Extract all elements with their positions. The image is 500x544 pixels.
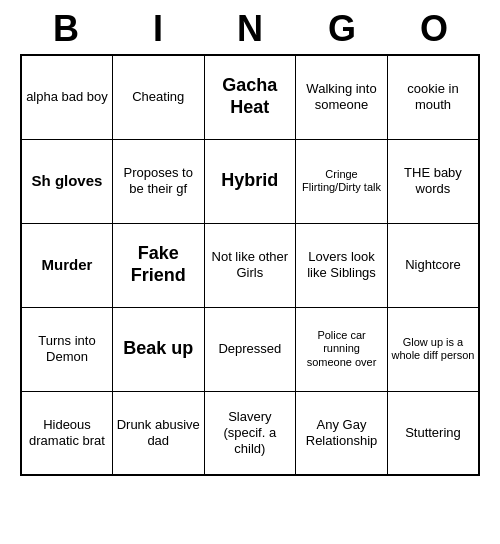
cell-1-0: Sh gloves [21, 139, 112, 223]
bingo-title: BINGO [20, 8, 480, 50]
grid-row-2: MurderFake FriendNot like other GirlsLov… [21, 223, 479, 307]
bingo-letter-g: G [316, 8, 368, 50]
grid-row-0: alpha bad boyCheatingGacha HeatWalking i… [21, 55, 479, 139]
cell-0-4: cookie in mouth [387, 55, 479, 139]
cell-3-0: Turns into Demon [21, 307, 112, 391]
cell-1-1: Proposes to be their gf [112, 139, 204, 223]
cell-4-3: Any Gay Relationship [296, 391, 388, 475]
cell-2-4: Nightcore [387, 223, 479, 307]
cell-3-1: Beak up [112, 307, 204, 391]
cell-3-4: Glow up is a whole diff person [387, 307, 479, 391]
cell-2-1: Fake Friend [112, 223, 204, 307]
cell-4-0: Hideous dramatic brat [21, 391, 112, 475]
bingo-grid: alpha bad boyCheatingGacha HeatWalking i… [20, 54, 480, 476]
cell-4-4: Stuttering [387, 391, 479, 475]
cell-4-2: Slavery (specif. a child) [204, 391, 296, 475]
cell-4-1: Drunk abusive dad [112, 391, 204, 475]
cell-3-3: Police car running someone over [296, 307, 388, 391]
cell-3-2: Depressed [204, 307, 296, 391]
grid-row-3: Turns into DemonBeak upDepressedPolice c… [21, 307, 479, 391]
cell-2-0: Murder [21, 223, 112, 307]
grid-row-4: Hideous dramatic bratDrunk abusive dadSl… [21, 391, 479, 475]
bingo-letter-i: I [132, 8, 184, 50]
bingo-letter-n: N [224, 8, 276, 50]
cell-1-3: Cringe Flirting/Dirty talk [296, 139, 388, 223]
bingo-letter-o: O [408, 8, 460, 50]
cell-0-0: alpha bad boy [21, 55, 112, 139]
cell-0-2: Gacha Heat [204, 55, 296, 139]
bingo-letter-b: B [40, 8, 92, 50]
cell-2-2: Not like other Girls [204, 223, 296, 307]
cell-2-3: Lovers look like Siblings [296, 223, 388, 307]
cell-0-1: Cheating [112, 55, 204, 139]
grid-row-1: Sh glovesProposes to be their gfHybridCr… [21, 139, 479, 223]
cell-1-2: Hybrid [204, 139, 296, 223]
cell-1-4: THE baby words [387, 139, 479, 223]
cell-0-3: Walking into someone [296, 55, 388, 139]
